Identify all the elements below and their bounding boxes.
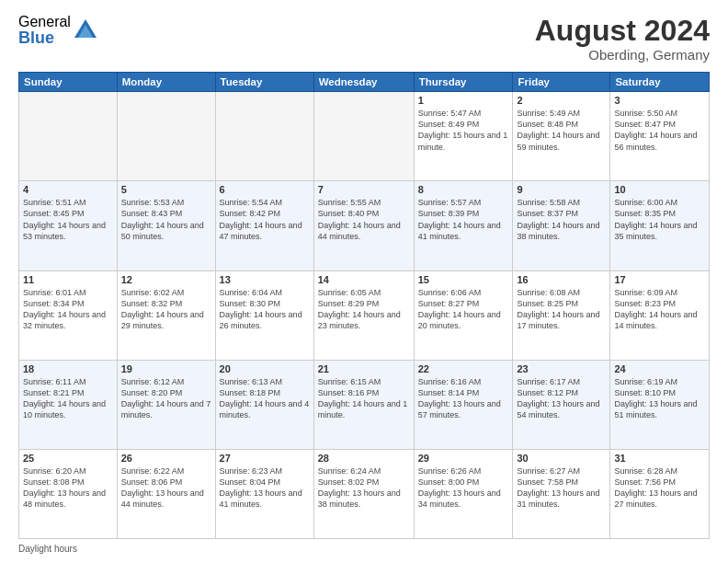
day-number: 28 (318, 453, 410, 464)
day-number: 25 (23, 453, 113, 464)
table-row: 13Sunrise: 6:04 AM Sunset: 8:30 PM Dayli… (215, 270, 313, 360)
table-row: 18Sunrise: 6:11 AM Sunset: 8:21 PM Dayli… (19, 360, 118, 449)
col-wednesday: Wednesday (313, 73, 414, 92)
title-area: August 2024 Oberding, Germany (535, 15, 710, 63)
header-row: Sunday Monday Tuesday Wednesday Thursday… (19, 73, 710, 92)
table-row: 24Sunrise: 6:19 AM Sunset: 8:10 PM Dayli… (610, 360, 710, 449)
table-row: 9Sunrise: 5:58 AM Sunset: 8:37 PM Daylig… (513, 181, 610, 270)
table-row: 17Sunrise: 6:09 AM Sunset: 8:23 PM Dayli… (610, 270, 710, 360)
day-info: Sunrise: 6:02 AM Sunset: 8:32 PM Dayligh… (121, 287, 211, 332)
table-row: 10Sunrise: 6:00 AM Sunset: 8:35 PM Dayli… (610, 181, 710, 270)
logo-text: General Blue (18, 15, 71, 46)
day-number: 4 (23, 184, 113, 195)
day-number: 5 (121, 184, 211, 195)
table-row: 25Sunrise: 6:20 AM Sunset: 8:08 PM Dayli… (19, 449, 118, 538)
day-info: Sunrise: 6:11 AM Sunset: 8:21 PM Dayligh… (23, 376, 113, 421)
day-info: Sunrise: 6:24 AM Sunset: 8:02 PM Dayligh… (318, 465, 410, 511)
day-info: Sunrise: 6:08 AM Sunset: 8:25 PM Dayligh… (517, 287, 606, 332)
table-row: 30Sunrise: 6:27 AM Sunset: 7:58 PM Dayli… (513, 449, 610, 538)
day-number: 10 (614, 184, 705, 195)
table-row: 19Sunrise: 6:12 AM Sunset: 8:20 PM Dayli… (117, 360, 215, 449)
day-number: 11 (23, 274, 113, 285)
day-number: 18 (23, 363, 113, 374)
day-info: Sunrise: 6:26 AM Sunset: 8:00 PM Dayligh… (418, 465, 509, 511)
page: General Blue August 2024 Oberding, Germa… (0, 0, 728, 563)
calendar-table: Sunday Monday Tuesday Wednesday Thursday… (18, 72, 710, 539)
day-info: Sunrise: 5:47 AM Sunset: 8:49 PM Dayligh… (418, 108, 509, 153)
table-row (117, 92, 215, 181)
table-row: 11Sunrise: 6:01 AM Sunset: 8:34 PM Dayli… (19, 270, 118, 360)
day-number: 9 (517, 184, 606, 195)
logo-area: General Blue (18, 15, 98, 46)
table-row: 21Sunrise: 6:15 AM Sunset: 8:16 PM Dayli… (313, 360, 414, 449)
day-info: Sunrise: 6:23 AM Sunset: 8:04 PM Dayligh… (220, 465, 310, 511)
day-info: Sunrise: 6:12 AM Sunset: 8:20 PM Dayligh… (121, 376, 211, 421)
day-info: Sunrise: 6:15 AM Sunset: 8:16 PM Dayligh… (318, 376, 410, 421)
table-row: 29Sunrise: 6:26 AM Sunset: 8:00 PM Dayli… (414, 449, 513, 538)
table-row: 6Sunrise: 5:54 AM Sunset: 8:42 PM Daylig… (215, 181, 313, 270)
table-row: 23Sunrise: 6:17 AM Sunset: 8:12 PM Dayli… (513, 360, 610, 449)
day-info: Sunrise: 5:50 AM Sunset: 8:47 PM Dayligh… (614, 108, 705, 153)
table-row: 3Sunrise: 5:50 AM Sunset: 8:47 PM Daylig… (610, 92, 710, 181)
day-info: Sunrise: 5:55 AM Sunset: 8:40 PM Dayligh… (318, 197, 410, 242)
table-row: 5Sunrise: 5:53 AM Sunset: 8:43 PM Daylig… (117, 181, 215, 270)
table-row: 16Sunrise: 6:08 AM Sunset: 8:25 PM Dayli… (513, 270, 610, 360)
day-number: 12 (121, 274, 211, 285)
col-sunday: Sunday (19, 73, 118, 92)
table-row: 1Sunrise: 5:47 AM Sunset: 8:49 PM Daylig… (414, 92, 513, 181)
table-row: 20Sunrise: 6:13 AM Sunset: 8:18 PM Dayli… (215, 360, 313, 449)
table-row: 8Sunrise: 5:57 AM Sunset: 8:39 PM Daylig… (414, 181, 513, 270)
logo-blue: Blue (18, 29, 71, 46)
calendar-week-row: 11Sunrise: 6:01 AM Sunset: 8:34 PM Dayli… (19, 270, 710, 360)
calendar-week-row: 25Sunrise: 6:20 AM Sunset: 8:08 PM Dayli… (19, 449, 710, 538)
day-info: Sunrise: 6:22 AM Sunset: 8:06 PM Dayligh… (121, 465, 211, 511)
day-number: 20 (220, 363, 310, 374)
day-number: 21 (318, 363, 410, 374)
header: General Blue August 2024 Oberding, Germa… (18, 15, 710, 63)
table-row: 7Sunrise: 5:55 AM Sunset: 8:40 PM Daylig… (313, 181, 414, 270)
day-info: Sunrise: 5:57 AM Sunset: 8:39 PM Dayligh… (418, 197, 509, 242)
table-row: 26Sunrise: 6:22 AM Sunset: 8:06 PM Dayli… (117, 449, 215, 538)
day-number: 6 (220, 184, 310, 195)
day-info: Sunrise: 6:19 AM Sunset: 8:10 PM Dayligh… (614, 376, 705, 421)
day-number: 7 (318, 184, 410, 195)
footer-note: Daylight hours (18, 544, 710, 554)
location-subtitle: Oberding, Germany (535, 47, 710, 63)
table-row: 4Sunrise: 5:51 AM Sunset: 8:45 PM Daylig… (19, 181, 118, 270)
table-row: 15Sunrise: 6:06 AM Sunset: 8:27 PM Dayli… (414, 270, 513, 360)
day-info: Sunrise: 5:49 AM Sunset: 8:48 PM Dayligh… (517, 108, 606, 153)
day-number: 27 (220, 453, 310, 464)
day-number: 31 (614, 453, 705, 464)
day-number: 2 (517, 95, 606, 106)
day-number: 22 (418, 363, 509, 374)
day-info: Sunrise: 6:09 AM Sunset: 8:23 PM Dayligh… (614, 287, 705, 332)
day-number: 19 (121, 363, 211, 374)
logo-general: General (18, 15, 71, 29)
day-number: 26 (121, 453, 211, 464)
day-info: Sunrise: 5:58 AM Sunset: 8:37 PM Dayligh… (517, 197, 606, 242)
day-info: Sunrise: 5:54 AM Sunset: 8:42 PM Dayligh… (220, 197, 310, 242)
table-row (215, 92, 313, 181)
day-info: Sunrise: 6:27 AM Sunset: 7:58 PM Dayligh… (517, 465, 606, 511)
col-tuesday: Tuesday (215, 73, 313, 92)
day-info: Sunrise: 6:04 AM Sunset: 8:30 PM Dayligh… (220, 287, 310, 332)
calendar-week-row: 4Sunrise: 5:51 AM Sunset: 8:45 PM Daylig… (19, 181, 710, 270)
col-monday: Monday (117, 73, 215, 92)
logo-icon (73, 17, 98, 43)
day-info: Sunrise: 6:06 AM Sunset: 8:27 PM Dayligh… (418, 287, 509, 332)
day-number: 23 (517, 363, 606, 374)
table-row: 27Sunrise: 6:23 AM Sunset: 8:04 PM Dayli… (215, 449, 313, 538)
day-number: 30 (517, 453, 606, 464)
day-info: Sunrise: 6:28 AM Sunset: 7:56 PM Dayligh… (614, 465, 705, 511)
table-row: 22Sunrise: 6:16 AM Sunset: 8:14 PM Dayli… (414, 360, 513, 449)
day-number: 16 (517, 274, 606, 285)
day-number: 1 (418, 95, 509, 106)
table-row: 12Sunrise: 6:02 AM Sunset: 8:32 PM Dayli… (117, 270, 215, 360)
day-number: 15 (418, 274, 509, 285)
day-number: 17 (614, 274, 705, 285)
day-number: 24 (614, 363, 705, 374)
calendar-week-row: 1Sunrise: 5:47 AM Sunset: 8:49 PM Daylig… (19, 92, 710, 181)
day-number: 13 (220, 274, 310, 285)
col-saturday: Saturday (610, 73, 710, 92)
table-row: 2Sunrise: 5:49 AM Sunset: 8:48 PM Daylig… (513, 92, 610, 181)
